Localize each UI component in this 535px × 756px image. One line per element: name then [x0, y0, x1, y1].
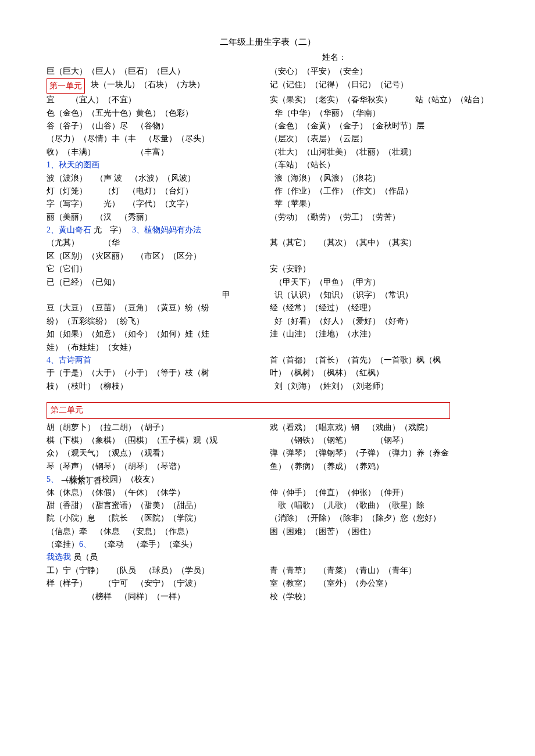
- text-line: 琴（琴声）（钢琴）（胡琴）（琴谱）: [47, 460, 265, 473]
- text-line: 宜 （宜人）（不宜）: [47, 94, 265, 106]
- text-line: 胡（胡萝卜）（拉二胡）（胡子）: [47, 421, 265, 434]
- text-line: （壮大）（山河壮美）（壮丽）（壮观）: [270, 146, 488, 159]
- text-line: 收）（丰满） （丰富）: [47, 146, 265, 159]
- text-line: 好（好看）（好人）（爱好）（好奇）: [270, 315, 488, 328]
- text-line: （层次）（表层）（云层）: [270, 132, 488, 145]
- text-line: 工）宁（宁静） （队员 （球员）（学员）: [47, 564, 265, 577]
- text-line: 于（于是）（大于）（小于）（等于）枝（树: [47, 367, 265, 379]
- text-line: 字（写字） 光） （字代）（文字）: [47, 198, 265, 210]
- text-line: 洼（山洼）（洼地）（水洼）: [270, 328, 488, 341]
- lesson6-label: 我选我: [47, 553, 71, 561]
- text-line: 苹（苹果）: [270, 198, 488, 210]
- text-line: 众）（观天气）（观点）（观看）: [47, 447, 265, 460]
- text-line: 已（已经）（已知）: [47, 276, 265, 289]
- text-line: 伸（伸手）（伸直）（伸张）（伸开）: [270, 486, 488, 499]
- text-line: （牵挂）: [47, 540, 79, 549]
- text-line: [270, 250, 488, 263]
- lesson6-inline: 6、: [79, 540, 91, 549]
- text-line: 作（作业）（工作）（作文）（作品）: [270, 185, 488, 198]
- text-line: 巨（巨大）（巨人）（巨石）（巨人）: [47, 65, 265, 78]
- text-line: 区（区别）（灾区丽） （市区）（区分）: [47, 250, 265, 263]
- text-line: 员（员: [73, 553, 98, 561]
- text-line: 块（一块儿）（石块）（方块）: [91, 80, 205, 89]
- doc-title: 二年级上册生字表（二）: [47, 35, 488, 49]
- text-line: 安（安静）: [270, 263, 488, 275]
- text-line: 室（教室） （室外）（办公室）: [270, 577, 488, 590]
- text-line: （安心）（平安）（安全）: [270, 65, 488, 78]
- text-line: 识（认识）（知识）（识字）（常识）: [270, 289, 488, 302]
- unit1-label: 第一单元: [47, 78, 85, 94]
- text-line: 歌（唱歌）（儿歌）（歌曲）（歌星）除: [270, 499, 488, 512]
- text-line: 校（学校）: [270, 590, 488, 603]
- unit2-label: 第二单元: [47, 402, 450, 418]
- text-line: 鱼）（养病）（养成）（养鸡）: [270, 460, 488, 473]
- text-line: 甲: [47, 289, 265, 302]
- text-line: 尤 字）: [94, 225, 126, 234]
- text-line: （校长）（校园）（校友）: [61, 475, 159, 483]
- text-line: 豆（大豆）（豆苗）（豆角）（黄豆）纷（纷: [47, 302, 265, 314]
- text-line: 休（休息）（休假）（午休）（休学）: [47, 486, 265, 499]
- lesson2-label: 2、黄山奇石: [47, 225, 91, 234]
- text-line: （牵动 （牵手）（牵头）: [91, 540, 197, 549]
- text-line: 样（样子） （宁可 （安宁）（宁波）: [47, 577, 265, 590]
- text-line: 其（其它） （其次）（其中）（其实）: [270, 237, 488, 249]
- text-line: 戏（看戏）（唱京戏）钢 （戏曲）（戏院）: [270, 421, 488, 434]
- name-label: 姓名：: [47, 51, 488, 64]
- text-line: 院（小院）息 （院长 （医院）（学院）: [47, 512, 265, 525]
- text-line: 如（如果）（如意）（如今）（如何）娃（娃: [47, 328, 265, 341]
- text-line: 刘（刘海）（姓刘）（刘老师）: [270, 380, 488, 393]
- text-line: （钢铁）（钢笔） （钢琴）: [270, 434, 488, 447]
- text-line: （尤其） （华: [47, 237, 265, 249]
- text-line: 色（金色）（五光十色）黄色）（色彩）: [47, 107, 265, 120]
- text-line: 浪（海浪）（风浪）（浪花）: [270, 172, 488, 185]
- lesson1-label: 1、秋天的图画: [47, 160, 99, 169]
- lesson4-label: 4、古诗两首: [47, 354, 265, 367]
- text-line: （牵挂）6、 （牵动 （牵手）（牵头）: [47, 538, 265, 551]
- text-line: （甲天下）（甲鱼）（甲方）: [270, 276, 488, 289]
- text-line: 棋（下棋）（象棋）（围棋）（五子棋）观（观: [47, 434, 265, 447]
- text-line: 丽（美丽） （汉 （秀丽）: [47, 211, 265, 224]
- text-line: 纷）（五彩缤纷）（纷飞）: [47, 315, 265, 328]
- text-line: 记（记住）（记得）（日记）（记号）: [270, 78, 488, 91]
- text-line: （车站）（站长）: [270, 159, 488, 171]
- text-line: 实（果实）（老实）（春华秋实）: [270, 94, 415, 106]
- text-line: （金色）（金黄）（金子）（金秋时节）层: [270, 120, 488, 132]
- text-line: 站（站立）（站台）: [415, 94, 488, 106]
- text-line: 枝）（枝叶）（柳枝）: [47, 380, 265, 393]
- text-line: （消除）（开除）（除非）（除夕）您（您好）: [270, 512, 488, 525]
- text-line: 弹（弹琴）（弹钢琴）（子弹）（弹力）养（养金: [270, 447, 488, 460]
- lesson5-label: 5、: [47, 475, 59, 483]
- text-line: 经（经常）（经过）（经理）: [270, 302, 488, 314]
- text-line: （尽力）（尽情）丰（丰 （尽量）（尽头）: [47, 132, 265, 145]
- text-line: 波（波浪） （声 波 （水波）（风波）: [47, 172, 265, 185]
- text-line: 灯（灯笼） （灯 （电灯）（台灯）: [47, 185, 265, 198]
- text-line: 困（困难）（困苦）（困住）: [270, 525, 488, 538]
- text-line: （劳动）（勤劳）（劳工）（劳苦）: [270, 211, 488, 224]
- lesson3-label: 3、植物妈妈有办法: [132, 225, 201, 234]
- text-line: 叶）（枫树）（枫林）（红枫）: [270, 367, 488, 379]
- text-line: （信息）牵 （休息 （安息）（作息）: [47, 525, 265, 538]
- text-line: 它（它们）: [47, 263, 265, 275]
- text-line: 青（青草） （青菜）（青山）（青年）: [270, 564, 488, 577]
- text-line: 首（首都）（首长）（首先）（一首歌）枫（枫: [270, 354, 488, 367]
- text-line: 娃）（布娃娃）（女娃）: [47, 341, 265, 354]
- text-line: 华（中华）（华丽）（华南）: [270, 107, 488, 120]
- text-line: 谷（谷子）（山谷）尽 （谷物）: [47, 120, 265, 132]
- text-line: （榜样 （同样）（一样）: [47, 590, 265, 603]
- text-line: 甜（香甜）（甜言蜜语）（甜美）（甜品）: [47, 499, 265, 512]
